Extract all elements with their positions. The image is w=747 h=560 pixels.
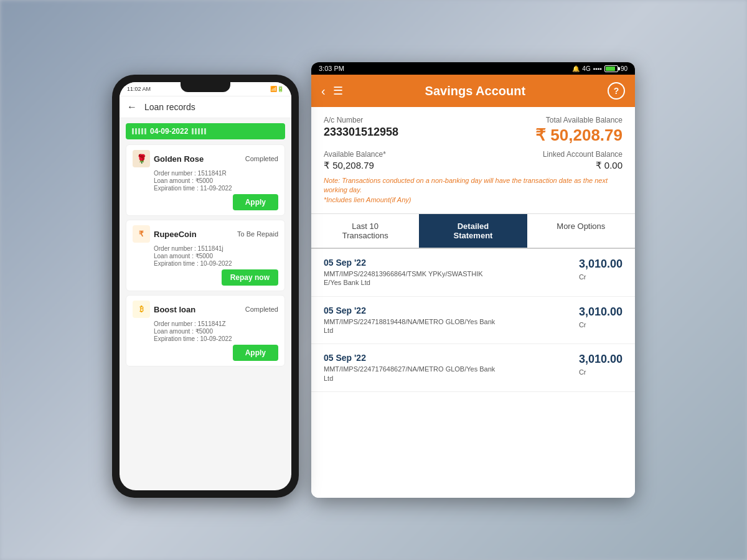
header-help-button[interactable]: ? <box>608 82 625 100</box>
battery-tip <box>618 67 620 70</box>
balance-sub-row: Available Balance* ₹ 50,208.79 Linked Ac… <box>324 150 622 171</box>
total-balance-value: ₹ 50,208.79 <box>473 126 622 145</box>
loan-action-row-3: Apply <box>133 345 278 361</box>
right-status-time: 3:03 PM <box>319 65 344 72</box>
loan-date-bar: 04-09-2022 <box>126 123 285 139</box>
total-balance-col: Total Available Balance ₹ 50,208.79 <box>473 116 622 145</box>
repay-button-2[interactable]: Repay now <box>222 269 278 286</box>
banking-header-title: Savings Account <box>350 84 600 98</box>
loan-action-row-2: Repay now <box>133 269 278 286</box>
main-container: 11:02 AM 📶🔋 ← Loan records 04-09-2022 <box>112 62 635 498</box>
transactions-list: 05 Sep '22 MMT/IMPS/224813966864/TSMK YP… <box>311 249 635 498</box>
loan-card-header-3: ₿ Boost loan Completed <box>133 301 278 318</box>
apply-button-1[interactable]: Apply <box>233 194 278 210</box>
battery-percent: 90 <box>621 65 627 72</box>
account-info-section: A/c Number 233301512958 Total Available … <box>311 107 635 214</box>
available-balance-col: Available Balance* ₹ 50,208.79 <box>324 150 473 171</box>
header-menu-button[interactable]: ☰ <box>333 84 343 98</box>
transaction-item-2: 05 Sep '22 MMT/IMPS/224718819448/NA/METR… <box>311 297 635 345</box>
battery-icon <box>604 65 618 72</box>
left-status-icons: 📶🔋 <box>270 86 284 92</box>
tab-detailed-statement[interactable]: DetailedStatement <box>419 214 527 248</box>
loan-expiry-2: Expiration time : 10-09-2022 <box>133 260 278 267</box>
account-main-row: A/c Number 233301512958 Total Available … <box>324 116 622 145</box>
loan-card-header-1: 🌹 Golden Rose Completed <box>133 150 278 167</box>
date-decorations-right <box>192 128 206 134</box>
txn-amount-3: 3,010.00 <box>579 353 622 366</box>
loan-order-2: Order number : 1511841j <box>133 245 278 252</box>
transaction-item-3: 05 Sep '22 MMT/IMPS/224717648627/NA/METR… <box>311 344 635 392</box>
loan-card-boost-loan: ₿ Boost loan Completed Order number : 15… <box>126 295 285 366</box>
note-line1: Note: Transactions conducted on a non-ba… <box>324 177 608 194</box>
account-number-col: A/c Number 233301512958 <box>324 116 473 139</box>
left-status-time: 11:02 AM <box>127 86 151 92</box>
banking-header: ‹ ☰ Savings Account ? <box>311 75 635 107</box>
txn-left-1: 05 Sep '22 MMT/IMPS/224813966864/TSMK YP… <box>324 258 498 287</box>
notification-icon: 🔔 <box>572 65 580 72</box>
txn-desc-2: MMT/IMPS/224718819448/NA/METRO GLOB/Yes … <box>324 317 498 335</box>
loan-order-1: Order number : 1511841R <box>133 170 278 177</box>
loan-card-golden-rose: 🌹 Golden Rose Completed Order number : 1… <box>126 144 285 216</box>
right-status-bar: 3:03 PM 🔔 4G ▪▪▪▪ 90 <box>311 62 635 75</box>
total-balance-label: Total Available Balance <box>473 116 622 124</box>
available-balance-value: ₹ 50,208.79 <box>324 160 473 171</box>
txn-right-3: 3,010.00 Cr <box>579 353 622 376</box>
txn-desc-1: MMT/IMPS/224813966864/TSMK YPKy/SWASTHIK… <box>324 269 498 287</box>
available-balance-label: Available Balance* <box>324 150 473 159</box>
txn-amount-1: 3,010.00 <box>579 258 622 271</box>
header-back-button[interactable]: ‹ <box>321 84 326 98</box>
txn-type-1: Cr <box>579 273 622 281</box>
tab-last10[interactable]: Last 10Transactions <box>311 214 419 248</box>
loan-name-2: RupeeCoin <box>154 230 197 239</box>
txn-date-3: 05 Sep '22 <box>324 353 498 363</box>
tabs-row: Last 10Transactions DetailedStatement Mo… <box>311 214 635 249</box>
loan-card-header-2: ₹ RupeeCoin To Be Repaid <box>133 225 278 243</box>
linked-balance-label: Linked Account Balance <box>473 150 622 159</box>
left-phone: 11:02 AM 📶🔋 ← Loan records 04-09-2022 <box>112 75 299 498</box>
note-line2: *Includes lien Amount(if Any) <box>324 196 411 203</box>
signal-bars: ▪▪▪▪ <box>593 65 602 72</box>
battery-fill <box>606 67 615 71</box>
tab-more-options[interactable]: More Options <box>527 214 635 248</box>
txn-type-3: Cr <box>579 368 622 376</box>
txn-date-1: 05 Sep '22 <box>324 258 498 268</box>
loan-status-1: Completed <box>245 155 278 162</box>
phone-notch <box>181 82 230 92</box>
loan-name-1: Golden Rose <box>154 154 204 164</box>
loan-amount-3: Loan amount : ₹5000 <box>133 328 278 335</box>
linked-balance-value: ₹ 0.00 <box>473 160 622 171</box>
loan-amount-2: Loan amount : ₹5000 <box>133 253 278 259</box>
txn-right-2: 3,010.00 Cr <box>579 306 622 329</box>
account-note: Note: Transactions conducted on a non-ba… <box>324 176 622 205</box>
loan-name-row-3: ₿ Boost loan <box>133 301 195 318</box>
loan-name-3: Boost loan <box>154 305 195 314</box>
loan-expiry-3: Expiration time : 10-09-2022 <box>133 335 278 342</box>
txn-left-2: 05 Sep '22 MMT/IMPS/224718819448/NA/METR… <box>324 306 498 335</box>
left-back-arrow[interactable]: ← <box>127 101 137 113</box>
loan-name-row-1: 🌹 Golden Rose <box>133 150 204 167</box>
account-number-value: 233301512958 <box>324 126 473 139</box>
txn-desc-3: MMT/IMPS/224717648627/NA/METRO GLOB/Yes … <box>324 365 498 383</box>
linked-balance-col: Linked Account Balance ₹ 0.00 <box>473 150 622 171</box>
left-phone-screen: 11:02 AM 📶🔋 ← Loan records 04-09-2022 <box>120 82 291 490</box>
transaction-item-1: 05 Sep '22 MMT/IMPS/224813966864/TSMK YP… <box>311 249 635 297</box>
date-decorations <box>132 128 146 134</box>
left-page-title: Loan records <box>144 102 195 112</box>
loan-expiry-1: Expiration time : 11-09-2022 <box>133 185 278 192</box>
apply-button-3[interactable]: Apply <box>233 345 278 361</box>
signal-icon: 4G <box>582 65 590 72</box>
txn-right-1: 3,010.00 Cr <box>579 258 622 281</box>
loan-action-row-1: Apply <box>133 194 278 210</box>
loan-name-row-2: ₹ RupeeCoin <box>133 225 197 243</box>
txn-amount-2: 3,010.00 <box>579 306 622 319</box>
account-number-label: A/c Number <box>324 116 473 124</box>
loan-order-3: Order number : 1511841Z <box>133 320 278 327</box>
right-phone: 3:03 PM 🔔 4G ▪▪▪▪ 90 ‹ ☰ Savings Account… <box>311 62 635 498</box>
loan-amount-1: Loan amount : ₹5000 <box>133 177 278 184</box>
txn-left-3: 05 Sep '22 MMT/IMPS/224717648627/NA/METR… <box>324 353 498 383</box>
loan-status-3: Completed <box>245 306 278 313</box>
golden-rose-icon: 🌹 <box>133 150 150 167</box>
right-status-icons: 🔔 4G ▪▪▪▪ 90 <box>572 65 627 72</box>
txn-type-2: Cr <box>579 321 622 329</box>
loan-card-rupeecoin: ₹ RupeeCoin To Be Repaid Order number : … <box>126 220 285 291</box>
